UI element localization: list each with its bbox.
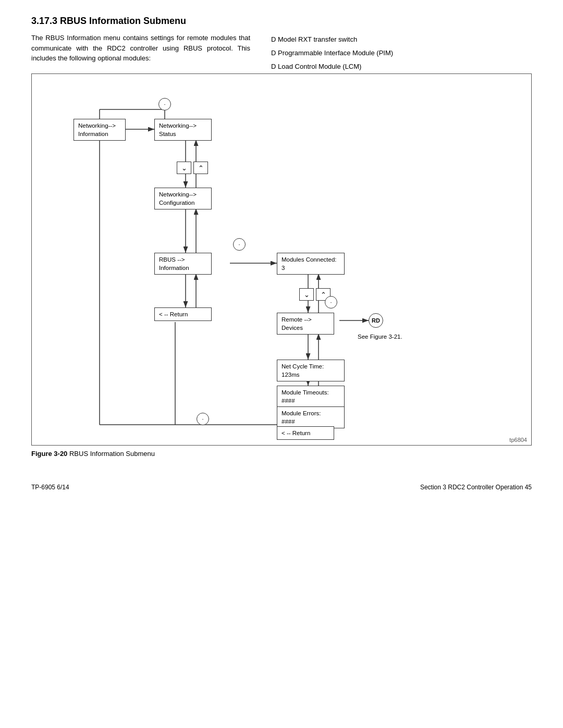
dot1-circle: · [158,98,171,110]
figure-caption-bold: Figure 3-20 [31,450,67,458]
figure-caption: Figure 3-20 RBUS Information Submenu [31,450,532,458]
networking-config-box: Networking-->Configuration [154,188,212,209]
remote-devices-box: Remote -->Devices [277,313,334,335]
chevron-down-1[interactable]: ⌄ [177,162,191,174]
diagram-container: Networking-->Information · Networking-->… [31,73,532,446]
bullet-item-1: Model RXT transfer switch [271,33,532,46]
figure-caption-text: RBUS Information Submenu [67,450,155,458]
rd-circle: RD [369,313,383,328]
modules-connected-box: Modules Connected:3 [277,253,345,275]
watermark: tp6804 [509,437,527,443]
bullet-item-3: Load Control Module (LCM) [271,60,532,73]
chevron-up-1[interactable]: ⌃ [193,162,208,174]
dot2-circle: · [233,238,246,251]
net-cycle-time-box: Net Cycle Time:123ms [277,360,345,381]
return2-box: < -- Return [277,426,334,440]
return1-box: < -- Return [154,307,212,321]
dot3-circle: · [325,296,337,309]
networking-info-box: Networking-->Information [74,119,126,141]
section-header: 3.17.3 RBUS Information Submenu [31,16,532,27]
section-title: 3.17.3 RBUS Information Submenu [31,16,532,27]
bullet-list: Model RXT transfer switch Programmable I… [271,33,532,73]
chevron-down-2[interactable]: ⌄ [299,288,314,301]
see-figure-text: See Figure 3-21. [358,334,402,340]
footer-right: Section 3 RDC2 Controller Operation 45 [420,484,532,491]
page-footer: TP-6905 6/14 Section 3 RDC2 Controller O… [31,478,532,491]
rbus-info-box: RBUS -->Information [154,253,212,275]
module-timeouts-box: Module Timeouts:#### [277,386,345,408]
intro-paragraph: The RBUS Information menu contains setti… [31,33,250,64]
networking-status-box: Networking-->Status [154,119,212,141]
dot4-circle: · [197,413,209,425]
module-errors-box: Module Errors:#### [277,406,345,428]
footer-left: TP-6905 6/14 [31,484,69,491]
bullet-item-2: Programmable Interface Module (PIM) [271,46,532,60]
diagram-inner: Networking-->Information · Networking-->… [37,83,527,438]
